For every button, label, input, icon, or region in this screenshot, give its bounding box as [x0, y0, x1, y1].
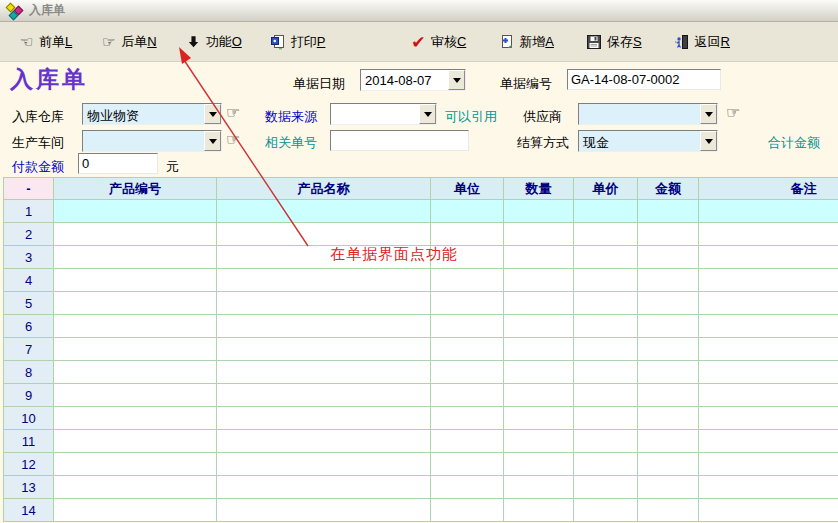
grid-cell[interactable]: [574, 453, 638, 476]
doc-date-combo[interactable]: 2014-08-07: [360, 69, 466, 91]
supplier-dropdown-icon[interactable]: [700, 104, 717, 124]
grid-cell[interactable]: [504, 338, 574, 361]
row-number-cell[interactable]: 12: [4, 453, 54, 476]
warehouse-dropdown-icon[interactable]: [204, 104, 221, 124]
grid-header-amount[interactable]: 金额: [638, 178, 699, 200]
grid-cell[interactable]: [504, 430, 574, 453]
supplier-pick-hand-icon[interactable]: ☞: [726, 103, 740, 122]
grid-cell[interactable]: [699, 315, 838, 338]
grid-cell[interactable]: [638, 430, 699, 453]
warehouse-pick-hand-icon[interactable]: ☞: [226, 103, 240, 122]
row-number-cell[interactable]: 7: [4, 338, 54, 361]
grid-cell[interactable]: [574, 200, 638, 223]
grid-cell[interactable]: [638, 292, 699, 315]
row-number-cell[interactable]: 1: [4, 200, 54, 223]
new-button[interactable]: 新增A: [494, 30, 558, 54]
grid-cell[interactable]: [504, 361, 574, 384]
doc-no-input[interactable]: [567, 69, 721, 90]
grid-cell[interactable]: [638, 269, 699, 292]
row-number-cell[interactable]: 9: [4, 384, 54, 407]
grid-cell[interactable]: [638, 499, 699, 522]
row-number-cell[interactable]: 11: [4, 430, 54, 453]
grid-cell[interactable]: [504, 476, 574, 499]
next-doc-button[interactable]: ☞ 后单N: [96, 30, 160, 54]
grid-cell[interactable]: [699, 430, 838, 453]
grid-cell[interactable]: [54, 292, 217, 315]
grid-header-price[interactable]: 单价: [574, 178, 638, 200]
prev-doc-button[interactable]: ☜ 前单L: [14, 30, 76, 54]
grid-cell[interactable]: [574, 223, 638, 246]
grid-cell[interactable]: [217, 430, 431, 453]
grid-cell[interactable]: [504, 246, 574, 269]
row-number-cell[interactable]: 8: [4, 361, 54, 384]
grid-cell[interactable]: [699, 223, 838, 246]
row-number-cell[interactable]: 13: [4, 476, 54, 499]
grid-cell[interactable]: [54, 407, 217, 430]
grid-cell[interactable]: [574, 384, 638, 407]
workshop-combo[interactable]: [82, 130, 222, 152]
settlement-dropdown-icon[interactable]: [700, 131, 717, 151]
row-number-cell[interactable]: 6: [4, 315, 54, 338]
grid-cell[interactable]: [431, 338, 504, 361]
grid-cell[interactable]: [638, 246, 699, 269]
grid-cell[interactable]: [431, 292, 504, 315]
grid-cell[interactable]: [574, 407, 638, 430]
grid-cell[interactable]: [431, 223, 504, 246]
grid-cell[interactable]: [504, 384, 574, 407]
save-button[interactable]: 保存S: [582, 30, 646, 54]
grid-cell[interactable]: [504, 223, 574, 246]
grid-cell[interactable]: [217, 361, 431, 384]
return-button[interactable]: 返回R: [670, 30, 734, 54]
grid-cell[interactable]: [504, 453, 574, 476]
grid-header-product-code[interactable]: 产品编号: [54, 178, 217, 200]
grid-cell[interactable]: [699, 200, 838, 223]
grid-cell[interactable]: [638, 361, 699, 384]
grid-cell[interactable]: [54, 430, 217, 453]
grid-cell[interactable]: [699, 269, 838, 292]
row-number-cell[interactable]: 2: [4, 223, 54, 246]
row-number-cell[interactable]: 3: [4, 246, 54, 269]
grid-cell[interactable]: [431, 361, 504, 384]
grid-cell[interactable]: [431, 430, 504, 453]
grid-cell[interactable]: [54, 499, 217, 522]
grid-cell[interactable]: [504, 499, 574, 522]
grid-cell[interactable]: [54, 223, 217, 246]
grid-cell[interactable]: [54, 384, 217, 407]
grid-cell[interactable]: [574, 246, 638, 269]
grid-cell[interactable]: [431, 384, 504, 407]
grid-header-quantity[interactable]: 数量: [504, 178, 574, 200]
grid-cell[interactable]: [54, 338, 217, 361]
audit-button[interactable]: ✔ 审核C: [406, 30, 470, 54]
grid-cell[interactable]: [638, 407, 699, 430]
grid-cell[interactable]: [638, 384, 699, 407]
grid-cell[interactable]: [699, 499, 838, 522]
grid-cell[interactable]: [54, 453, 217, 476]
grid-cell[interactable]: [54, 246, 217, 269]
grid-cell[interactable]: [699, 246, 838, 269]
grid-cell[interactable]: [54, 476, 217, 499]
grid-cell[interactable]: [504, 269, 574, 292]
warehouse-combo[interactable]: 物业物资: [82, 103, 222, 125]
row-number-cell[interactable]: 4: [4, 269, 54, 292]
grid-cell[interactable]: [638, 315, 699, 338]
grid-cell[interactable]: [699, 338, 838, 361]
grid-cell[interactable]: [54, 361, 217, 384]
data-source-dropdown-icon[interactable]: [419, 104, 436, 124]
grid-cell[interactable]: [574, 476, 638, 499]
data-source-combo[interactable]: [330, 103, 437, 125]
grid-cell[interactable]: [431, 476, 504, 499]
grid-cell[interactable]: [638, 476, 699, 499]
grid-cell[interactable]: [699, 361, 838, 384]
grid-cell[interactable]: [54, 200, 217, 223]
grid-cell[interactable]: [638, 200, 699, 223]
grid-cell[interactable]: [217, 223, 431, 246]
related-no-input[interactable]: [330, 130, 469, 151]
grid-cell[interactable]: [574, 499, 638, 522]
grid-cell[interactable]: [217, 292, 431, 315]
grid-cell[interactable]: [217, 338, 431, 361]
grid-cell[interactable]: [217, 200, 431, 223]
doc-date-dropdown-icon[interactable]: [448, 70, 465, 90]
grid-cell[interactable]: [217, 499, 431, 522]
grid-header-product-name[interactable]: 产品名称: [217, 178, 431, 200]
grid-cell[interactable]: [217, 315, 431, 338]
